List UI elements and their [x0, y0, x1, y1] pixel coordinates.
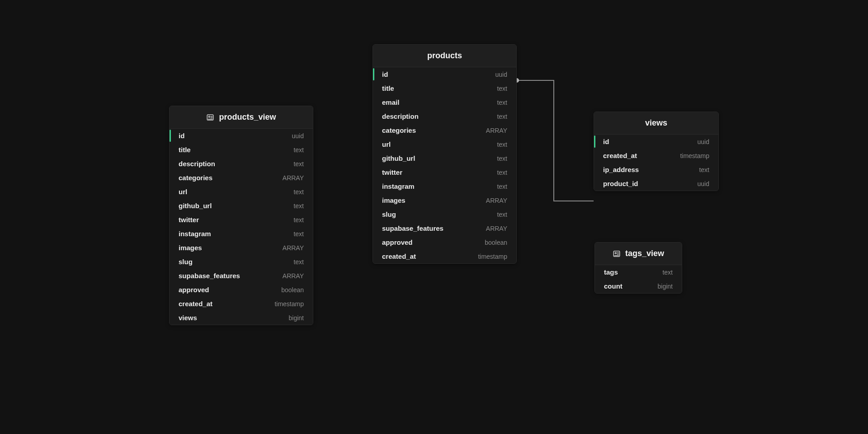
column-type: text: [293, 160, 304, 168]
column-type: timestamp: [680, 152, 709, 159]
column-row[interactable]: urltext: [170, 185, 313, 199]
column-name: title: [179, 146, 191, 154]
view-icon: [206, 113, 214, 121]
column-name: url: [179, 188, 187, 196]
column-row[interactable]: urltext: [373, 137, 516, 151]
column-name: github_url: [179, 202, 212, 210]
column-name: instagram: [179, 230, 211, 238]
column-row[interactable]: approvedboolean: [373, 235, 516, 249]
column-row[interactable]: supabase_featuresARRAY: [373, 221, 516, 235]
column-type: text: [497, 85, 507, 92]
column-row[interactable]: slugtext: [170, 255, 313, 269]
column-type: text: [293, 230, 304, 238]
table-card-products[interactable]: products iduuid titletext emailtext desc…: [373, 44, 517, 264]
column-row[interactable]: titletext: [373, 81, 516, 95]
column-row[interactable]: countbigint: [595, 279, 682, 293]
table-header-products-view[interactable]: products_view: [170, 106, 313, 129]
column-name: images: [179, 244, 202, 252]
column-row[interactable]: emailtext: [373, 95, 516, 109]
column-row[interactable]: iduuid: [170, 129, 313, 143]
column-row[interactable]: imagesARRAY: [170, 241, 313, 255]
column-name: tags: [604, 268, 618, 276]
column-name: views: [179, 314, 197, 322]
table-card-products-view[interactable]: products_view iduuid titletext descripti…: [169, 106, 313, 325]
table-header-tags-view[interactable]: tags_view: [595, 243, 682, 265]
column-type: ARRAY: [486, 197, 507, 204]
column-type: text: [497, 183, 507, 190]
column-row[interactable]: supabase_featuresARRAY: [170, 269, 313, 283]
column-row[interactable]: instagramtext: [170, 227, 313, 241]
column-type: uuid: [495, 71, 507, 78]
column-name: title: [382, 84, 394, 92]
column-row[interactable]: created_attimestamp: [170, 297, 313, 311]
column-type: timestamp: [478, 253, 507, 260]
column-name: slug: [179, 258, 193, 266]
column-name: slug: [382, 210, 396, 218]
column-row[interactable]: github_urltext: [170, 199, 313, 213]
column-type: text: [497, 99, 507, 106]
column-name: twitter: [382, 168, 402, 176]
schema-canvas[interactable]: products_view iduuid titletext descripti…: [0, 0, 868, 434]
column-name: created_at: [179, 300, 212, 308]
column-row[interactable]: categoriesARRAY: [373, 123, 516, 137]
column-name: supabase_features: [382, 224, 443, 232]
column-row[interactable]: twittertext: [170, 213, 313, 227]
column-type: ARRAY: [486, 225, 507, 232]
table-title: products_view: [219, 112, 276, 122]
column-row[interactable]: product_iduuid: [594, 177, 718, 191]
column-name: id: [382, 70, 388, 78]
column-row[interactable]: tagstext: [595, 265, 682, 279]
svg-point-1: [209, 116, 210, 117]
column-name: github_url: [382, 154, 415, 162]
column-row[interactable]: approvedboolean: [170, 283, 313, 297]
column-type: text: [293, 258, 304, 266]
table-card-tags-view[interactable]: tags_view tagstext countbigint: [594, 242, 682, 294]
column-type: text: [497, 211, 507, 218]
column-type: text: [497, 141, 507, 148]
table-card-views[interactable]: views iduuid created_attimestamp ip_addr…: [594, 112, 719, 191]
column-type: ARRAY: [486, 127, 507, 134]
column-row[interactable]: categoriesARRAY: [170, 171, 313, 185]
view-icon: [613, 250, 621, 258]
column-type: bigint: [658, 283, 673, 290]
column-row[interactable]: ip_addresstext: [594, 163, 718, 177]
column-row[interactable]: created_attimestamp: [594, 149, 718, 163]
relationship-line-products-views: [517, 80, 594, 201]
column-row[interactable]: descriptiontext: [373, 109, 516, 123]
table-body-views: iduuid created_attimestamp ip_addresstex…: [594, 135, 718, 191]
column-type: ARRAY: [283, 272, 304, 280]
column-type: text: [497, 169, 507, 176]
table-header-views[interactable]: views: [594, 112, 718, 135]
column-row[interactable]: instagramtext: [373, 179, 516, 193]
column-row[interactable]: created_attimestamp: [373, 249, 516, 263]
column-row[interactable]: twittertext: [373, 165, 516, 179]
column-type: text: [497, 155, 507, 162]
column-row[interactable]: titletext: [170, 143, 313, 157]
column-type: timestamp: [274, 300, 304, 308]
column-row[interactable]: descriptiontext: [170, 157, 313, 171]
svg-point-3: [615, 252, 616, 254]
table-title: products: [427, 51, 462, 61]
column-name: product_id: [603, 180, 638, 187]
column-row[interactable]: viewsbigint: [170, 311, 313, 325]
column-row[interactable]: iduuid: [373, 67, 516, 81]
column-row[interactable]: slugtext: [373, 207, 516, 221]
table-title: views: [645, 118, 667, 128]
column-name: url: [382, 140, 391, 148]
column-row[interactable]: imagesARRAY: [373, 193, 516, 207]
column-name: images: [382, 196, 406, 204]
column-type: text: [293, 216, 304, 224]
column-name: email: [382, 98, 399, 106]
column-name: created_at: [603, 152, 637, 159]
column-type: uuid: [292, 132, 304, 140]
table-header-products[interactable]: products: [373, 45, 516, 67]
column-type: text: [662, 269, 673, 276]
column-row[interactable]: github_urltext: [373, 151, 516, 165]
column-row[interactable]: iduuid: [594, 135, 718, 149]
column-name: supabase_features: [179, 272, 240, 280]
column-name: description: [382, 112, 419, 120]
column-type: uuid: [698, 138, 709, 145]
column-name: categories: [179, 174, 212, 182]
column-name: twitter: [179, 216, 199, 224]
column-type: ARRAY: [283, 244, 304, 252]
